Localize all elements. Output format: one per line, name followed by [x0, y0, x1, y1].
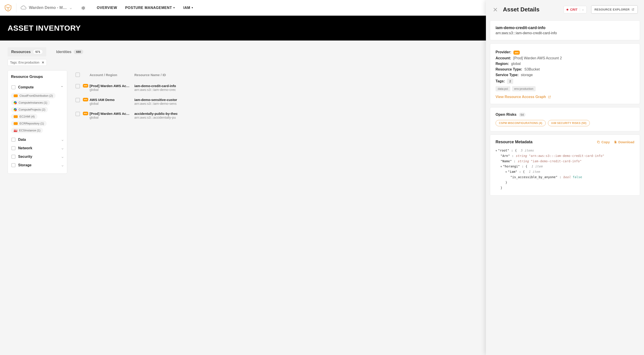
chevron-down-icon: ⌵ — [62, 146, 63, 150]
row-checkbox[interactable] — [76, 98, 80, 102]
json-meta: 5 items — [520, 149, 534, 152]
close-icon[interactable] — [492, 6, 498, 13]
group-storage[interactable]: Storage⌵ — [11, 161, 64, 169]
checkbox[interactable] — [12, 155, 16, 159]
field-value: S3Bucket — [524, 67, 540, 71]
tag-pill[interactable]: env:production — [512, 86, 536, 91]
logo-icon — [4, 4, 12, 12]
tag-pill[interactable]: data:pci — [496, 86, 510, 91]
tab-identities[interactable]: Identities 680 — [52, 47, 87, 56]
nav-label: POSTURE MANAGEMENT — [125, 6, 172, 10]
filter-chip[interactable]: Tags: Env:production ✕ — [8, 59, 47, 66]
nav-label: IAM — [184, 6, 190, 10]
field-key: Service Type: — [496, 73, 518, 77]
chevron-down-icon: ⌵ — [62, 155, 63, 158]
sub-item[interactable]: CloudFrontDistribution (2) — [11, 93, 56, 98]
group-data[interactable]: Data⌵ — [11, 135, 64, 144]
field-value: global — [511, 62, 521, 66]
risk-badge[interactable]: CSPM MISCONFIGURATIONS (4) — [496, 120, 546, 126]
nav-label: OVERVIEW — [97, 6, 117, 10]
org-label: Warden Demo - M… — [29, 5, 67, 10]
field-key: Resource Type: — [496, 67, 522, 71]
chevron-down-icon: ⌵ — [62, 163, 63, 167]
collapse-icon[interactable]: ▼ — [496, 149, 497, 153]
button-label: RESOURCE EXPLORER — [594, 8, 630, 11]
sub-item[interactable]: ComputeInstances (1) — [11, 100, 50, 105]
tab-resources[interactable]: Resources 571 — [8, 47, 46, 56]
gcp-icon — [14, 101, 17, 104]
row-checkbox[interactable] — [76, 84, 80, 88]
checkbox[interactable] — [12, 85, 16, 89]
group-security[interactable]: Security⌵ — [11, 152, 64, 161]
aws-icon — [14, 94, 18, 97]
detail-title: Asset Details — [503, 6, 559, 13]
external-link-icon — [632, 8, 634, 11]
collapse-icon[interactable]: ▼ — [500, 165, 502, 169]
download-icon — [614, 140, 617, 144]
org-switcher[interactable]: Warden Demo - M… ⌵ — [29, 5, 72, 10]
sub-item[interactable]: EC2AMI (4) — [11, 114, 38, 119]
aws-icon — [14, 122, 18, 125]
severity-label: CRIT — [570, 8, 578, 11]
nav-overview[interactable]: OVERVIEW — [97, 6, 117, 10]
divider — [580, 8, 580, 11]
svg-rect-0 — [598, 141, 600, 143]
resource-groups-sidebar: Resource Groups Compute ⌃ CloudFrontDist… — [8, 70, 67, 174]
copy-icon — [597, 140, 600, 144]
row-checkbox[interactable] — [76, 112, 80, 116]
filter-chip-label: Tags: Env:production — [10, 61, 40, 64]
collapse-icon[interactable]: ▼ — [506, 170, 507, 174]
select-all-checkbox[interactable] — [76, 72, 80, 77]
json-tree: ▼"root" : { 5 items "Arn" : string "arn:… — [496, 148, 634, 183]
divider — [16, 3, 16, 12]
region-text: global — [90, 88, 132, 91]
json-value: "iam-demo-credit-card-info" — [531, 159, 582, 163]
sub-item-label: CloudFrontDistribution (2) — [20, 94, 53, 97]
download-button[interactable]: Download — [614, 140, 634, 144]
sidebar-title: Resource Groups — [11, 74, 64, 79]
sub-item-label: ECRRepository (1) — [20, 122, 44, 125]
resource-metadata-card: Resource Metadata Copy Download ▼"root" … — [490, 134, 640, 183]
nav-posture[interactable]: POSTURE MANAGEMENT▼ — [125, 6, 175, 10]
risk-badge[interactable]: IAM SECURITY RISKS (50) — [548, 120, 590, 126]
severity-dropdown[interactable]: CRIT ⌵ — [564, 6, 587, 13]
json-key: "is_accessible_by_anyone" — [510, 175, 558, 179]
tab-count: 571 — [33, 49, 43, 54]
nav-iam[interactable]: IAM▼ — [184, 6, 194, 10]
main-nav: OVERVIEW POSTURE MANAGEMENT▼ IAM▼ — [97, 6, 194, 10]
aws-icon: aws — [83, 84, 88, 87]
open-risks-card: Open Risks 54 CSPM MISCONFIGURATIONS (4)… — [490, 107, 640, 131]
resource-access-graph-link[interactable]: View Resource Access Graph — [496, 95, 551, 99]
json-meta: 1 item — [528, 170, 540, 173]
gcp-icon — [14, 108, 17, 111]
group-label: Storage — [18, 163, 59, 167]
button-label: Download — [618, 140, 634, 144]
severity-dot-icon — [566, 9, 568, 10]
asset-name: iam-demo-credit-card-info — [496, 25, 634, 30]
button-label: Copy — [602, 140, 610, 144]
checkbox[interactable] — [12, 163, 16, 167]
group-compute[interactable]: Compute ⌃ — [11, 83, 64, 91]
group-label: Data — [18, 138, 59, 142]
tab-label: Identities — [56, 50, 72, 54]
sub-item-label: ComputeInstances (1) — [18, 101, 47, 104]
copy-button[interactable]: Copy — [597, 140, 610, 144]
close-icon[interactable]: ✕ — [42, 61, 44, 64]
sub-item[interactable]: ECRRepository (1) — [11, 121, 46, 126]
sub-item[interactable]: ECSInstance (1) — [11, 128, 43, 133]
gear-icon[interactable] — [80, 5, 86, 10]
account-text: AWS IAM Demo — [90, 98, 132, 102]
checkbox[interactable] — [12, 138, 16, 142]
sub-item[interactable]: ComputeProjects (2) — [11, 107, 48, 112]
chevron-down-icon: ⌵ — [70, 6, 72, 10]
detail-header: Asset Details CRIT ⌵ RESOURCE EXPLORER — [486, 0, 644, 20]
open-risks-title: Open Risks — [496, 112, 516, 117]
group-network[interactable]: Network⌵ — [11, 144, 64, 152]
field-key: Account: — [496, 56, 511, 60]
field-value: storage — [521, 73, 533, 77]
checkbox[interactable] — [12, 146, 16, 150]
region-text: global — [90, 102, 132, 105]
group-label: Network — [18, 146, 59, 150]
col-account[interactable]: Account / Region — [90, 73, 134, 77]
resource-explorer-button[interactable]: RESOURCE EXPLORER — [591, 5, 638, 14]
